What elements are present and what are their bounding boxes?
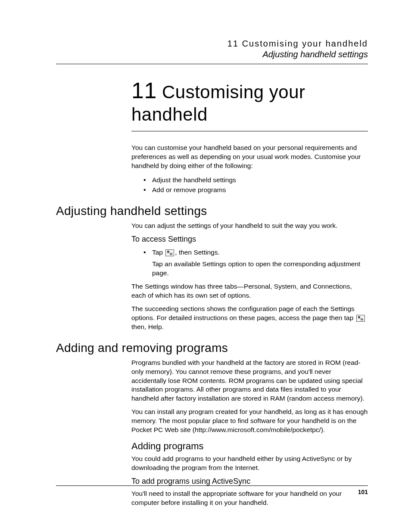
tap-text-prefix: Tap (152, 249, 165, 256)
tap-text-suffix: , then Settings. (175, 249, 219, 256)
para3-part-a: The succeeding sections shows the config… (131, 305, 355, 321)
section-heading-adjusting: Adjusting handheld settings (56, 204, 368, 218)
start-menu-icon (165, 249, 174, 256)
start-menu-icon (356, 315, 365, 322)
programs-para-2: You can install any program created for … (131, 408, 368, 435)
chapter-title: 11 Customising your handheld (131, 77, 368, 126)
subheading-activesync: To add programs using ActiveSync (131, 477, 368, 486)
para3-part-b: then, Help. (131, 323, 164, 330)
adjust-para-1: You can adjust the settings of your hand… (131, 221, 368, 230)
subheading-access-settings: To access Settings (131, 235, 368, 244)
list-item: Tap , then Settings. (143, 247, 368, 257)
adding-programs-para: You could add programs to your handheld … (131, 454, 368, 473)
intro-bullets: Adjust the handheld settings Add or remo… (143, 175, 368, 195)
chapter-number: 11 (131, 78, 157, 103)
intro-paragraph: You can customise your handheld based on… (131, 143, 368, 171)
header-chapter-ref: 11 Customising your handheld (56, 39, 368, 49)
page-number: 101 (56, 488, 368, 495)
header-rule (56, 64, 368, 64)
footer-rule (56, 485, 368, 486)
page-header: 11 Customising your handheld Adjusting h… (56, 39, 368, 59)
header-section-ref: Adjusting handheld settings (56, 50, 368, 59)
list-item: Add or remove programs (143, 185, 368, 195)
programs-para-1: Programs bundled with your handheld at t… (131, 358, 368, 404)
subheading-adding-programs: Adding programs (131, 441, 368, 452)
page-footer: 101 (56, 485, 368, 495)
adjust-para-2: The Settings window has three tabs—Perso… (131, 282, 368, 300)
title-rule (131, 131, 368, 131)
chapter-title-text: Customising your handheld (131, 82, 305, 124)
section-heading-programs: Adding and removing programs (56, 341, 368, 355)
tap-detail: Tap an available Settings option to open… (152, 260, 368, 278)
list-item: Adjust the handheld settings (143, 175, 368, 185)
adjust-para-3: The succeeding sections shows the config… (131, 305, 368, 332)
